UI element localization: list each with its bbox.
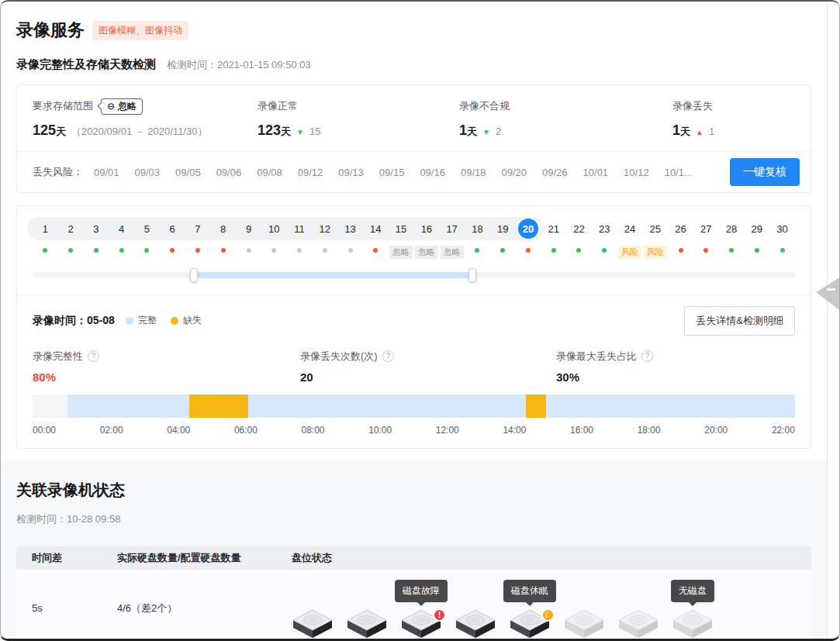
- calendar-day-8[interactable]: 8: [213, 219, 233, 239]
- calendar-day-column: 29: [744, 219, 769, 259]
- disk-slot-4[interactable]: [455, 573, 496, 639]
- calendar-day-5[interactable]: 5: [137, 219, 157, 239]
- calendar-day-24[interactable]: 24: [620, 219, 640, 239]
- calendar-day-14[interactable]: 14: [365, 219, 385, 239]
- day-status-dot: [576, 248, 581, 253]
- timeline-segment-complete: [248, 395, 526, 418]
- slider-handle-left[interactable]: [190, 268, 198, 282]
- disk-slot-8[interactable]: 无磁盘: [672, 573, 714, 639]
- calendar-day-25[interactable]: 25: [645, 219, 665, 239]
- calendar-day-26[interactable]: 26: [671, 219, 691, 239]
- risk-date[interactable]: 10/1...: [665, 167, 693, 178]
- risk-date[interactable]: 09/12: [298, 167, 323, 178]
- day-status-dot: [94, 248, 99, 253]
- disk-tooltip: 无磁盘: [671, 580, 714, 602]
- recheck-button[interactable]: 一键复核: [730, 158, 800, 186]
- day-status-dot: [348, 248, 353, 253]
- loss-detail-button[interactable]: 丢失详情&检测明细: [684, 306, 795, 336]
- risk-date[interactable]: 09/16: [420, 167, 445, 178]
- integrity-section-header: 录像完整性及存储天数检测 检测时间：2021-01-15 09:50:03: [1, 42, 827, 72]
- page-title: 录像服务: [16, 19, 85, 42]
- calendar-day-column: 5: [134, 219, 160, 259]
- recorder-status-section: 关联录像机状态 检测时间：10-28 09:58 时间差实际硬盘数量/配置硬盘数…: [1, 461, 827, 639]
- time-tick: 04:00: [167, 425, 190, 436]
- disk-slot-1[interactable]: [292, 573, 334, 639]
- calendar-day-29[interactable]: 29: [747, 219, 767, 239]
- calendar-day-4[interactable]: 4: [112, 219, 132, 239]
- risk-date[interactable]: 09/20: [501, 167, 527, 178]
- risk-date[interactable]: 09/13: [338, 167, 364, 178]
- calendar-day-23[interactable]: 23: [594, 219, 614, 239]
- calendar-day-10[interactable]: 10: [264, 219, 284, 239]
- legend-dot: [171, 317, 178, 325]
- stat-label: 录像丢失: [672, 99, 713, 113]
- calendar-day-22[interactable]: 22: [569, 219, 589, 239]
- metric-label: 录像最大丢失占比?: [556, 350, 795, 364]
- calendar-day-9[interactable]: 9: [239, 219, 259, 239]
- calendar-day-1[interactable]: 1: [35, 219, 55, 239]
- day-status-dot: [729, 248, 734, 253]
- risk-date[interactable]: 09/03: [135, 167, 161, 178]
- risk-date[interactable]: 10/01: [583, 167, 609, 178]
- circle-minus-icon: ⊖: [107, 102, 115, 111]
- slider-selected-range[interactable]: [194, 272, 472, 278]
- calendar-day-20[interactable]: 20: [518, 219, 538, 239]
- day-status-dot: [755, 248, 759, 253]
- disk-slot-3[interactable]: !磁盘故障: [400, 573, 442, 639]
- calendar-day-column: 9: [236, 219, 261, 259]
- calendar-day-column: 4: [109, 219, 134, 259]
- calendar-day-27[interactable]: 27: [696, 219, 716, 239]
- calendar-day-17[interactable]: 17: [442, 219, 462, 239]
- ignore-badge: 忽略: [415, 246, 438, 259]
- risk-date[interactable]: 09/15: [379, 167, 405, 178]
- calendar-day-15[interactable]: 15: [391, 219, 411, 239]
- calendar-day-16[interactable]: 16: [417, 219, 437, 239]
- time-tick: 08:00: [302, 425, 325, 436]
- disk-slot-7[interactable]: [617, 573, 659, 639]
- risk-date[interactable]: 09/18: [461, 167, 486, 178]
- day-range-slider[interactable]: [33, 268, 795, 282]
- calendar-day-13[interactable]: 13: [340, 219, 361, 239]
- empty-disk-icon: [672, 608, 714, 639]
- table-header-cell: 时间差: [32, 551, 117, 565]
- help-icon[interactable]: ?: [88, 350, 99, 362]
- main-content: 录像服务 图像模糊、图像抖动 录像完整性及存储天数检测 检测时间：2021-01…: [1, 2, 828, 639]
- legend-label: 完整: [138, 314, 157, 327]
- ignore-tag[interactable]: ⊖忽略: [101, 98, 143, 115]
- calendar-day-11[interactable]: 11: [289, 219, 309, 239]
- risk-date[interactable]: 10/12: [624, 167, 649, 178]
- timeline-segment-complete: [546, 395, 795, 418]
- disk-slot-2[interactable]: [346, 573, 388, 639]
- calendar-day-19[interactable]: 19: [493, 219, 513, 239]
- calendar-day-3[interactable]: 3: [86, 219, 106, 239]
- disk-slot-6[interactable]: [563, 573, 605, 639]
- calendar-day-6[interactable]: 6: [162, 219, 182, 239]
- help-icon[interactable]: ?: [641, 350, 653, 362]
- metrics-row: 录像完整性?80%录像丢失次数(次)?20录像最大丢失占比?30%: [33, 350, 795, 384]
- calendar-day-column: 28: [719, 219, 745, 259]
- risk-date[interactable]: 09/06: [216, 167, 242, 178]
- help-icon[interactable]: ?: [382, 350, 394, 362]
- time-tick: 22:00: [772, 425, 795, 436]
- calendar-day-28[interactable]: 28: [721, 219, 741, 239]
- calendar-day-30[interactable]: 30: [773, 219, 793, 239]
- calendar-day-18[interactable]: 18: [467, 219, 487, 239]
- calendar-day-column: 8: [210, 219, 236, 259]
- day-status-dot: [323, 248, 327, 253]
- calendar-day-column: 2: [58, 219, 84, 259]
- risk-date[interactable]: 09/08: [257, 167, 282, 178]
- disk-slot-5[interactable]: ☾磁盘休眠: [509, 573, 551, 639]
- calendar-day-2[interactable]: 2: [60, 219, 81, 239]
- slider-handle-right[interactable]: [468, 268, 476, 282]
- risk-date[interactable]: 09/26: [542, 167, 568, 178]
- day-status-dot: [475, 248, 479, 253]
- calendar-day-7[interactable]: 7: [188, 219, 208, 239]
- recording-service-panel: 录像服务 图像模糊、图像抖动 录像完整性及存储天数检测 检测时间：2021-01…: [0, 0, 840, 641]
- calendar-day-column: 3: [84, 219, 109, 259]
- stat-delta: 1: [709, 126, 714, 137]
- risk-badge: 风险: [644, 246, 667, 259]
- calendar-day-12[interactable]: 12: [315, 219, 335, 239]
- risk-date[interactable]: 09/01: [94, 167, 119, 178]
- risk-date[interactable]: 09/05: [175, 167, 201, 178]
- calendar-day-21[interactable]: 21: [544, 219, 564, 239]
